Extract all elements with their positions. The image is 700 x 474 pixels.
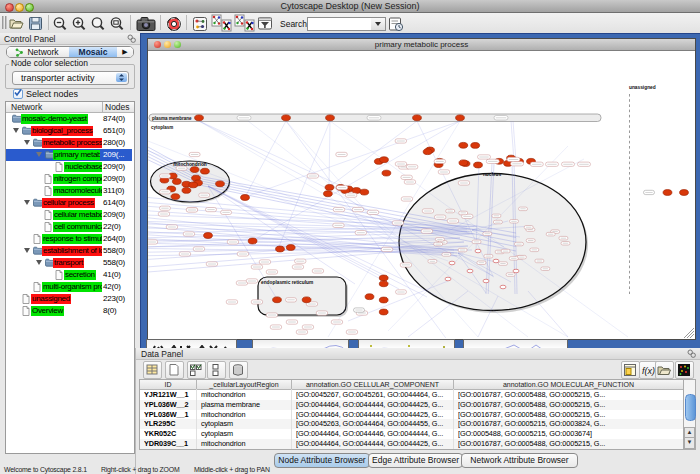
svg-text:f(x): f(x) xyxy=(642,366,655,376)
svg-text:unassigned: unassigned xyxy=(629,85,656,90)
svg-text:endoplasmic reticulum: endoplasmic reticulum xyxy=(261,280,313,285)
svg-text:nucleus: nucleus xyxy=(483,172,501,177)
svg-text:cytoplasm: cytoplasm xyxy=(151,125,173,130)
svg-text:plasma membrane: plasma membrane xyxy=(152,116,192,121)
